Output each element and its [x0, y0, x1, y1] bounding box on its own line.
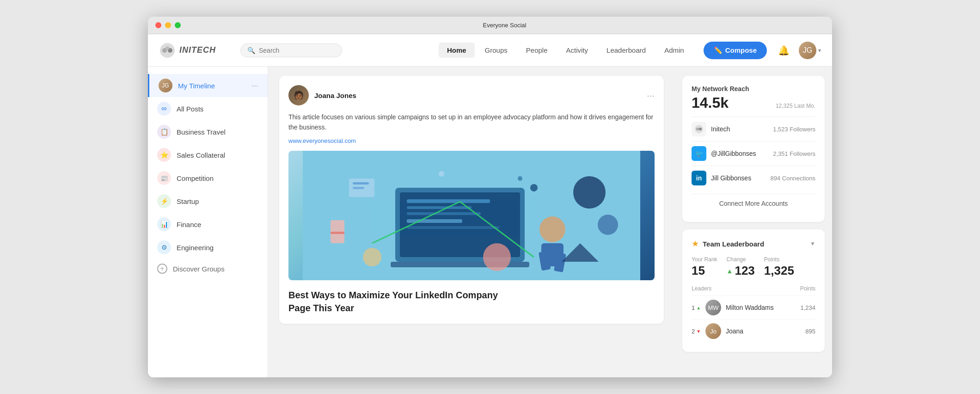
- leaderboard-dropdown-icon[interactable]: ▼: [810, 240, 815, 247]
- svg-rect-8: [407, 206, 472, 209]
- sidebar-label-finance: Finance: [177, 221, 201, 228]
- sidebar-item-competition[interactable]: 📰 Competition: [148, 166, 268, 190]
- brand: INITECH: [159, 42, 233, 59]
- change-arrow-icon: ▲: [727, 267, 733, 275]
- right-panel: My Network Reach 14.5k 12,325 Last Mo.: [675, 67, 832, 377]
- twitter-icon: 🐦: [692, 146, 706, 161]
- post-link[interactable]: www.everyonesocial.com: [288, 137, 655, 144]
- sidebar-label-business-travel: Business Travel: [177, 128, 226, 136]
- startup-icon: ⚡: [157, 194, 171, 208]
- leader-name-1: Milton Waddams: [726, 304, 774, 311]
- competition-icon: 📰: [157, 171, 171, 185]
- star-icon: ★: [692, 239, 699, 249]
- avatar-initials: JG: [803, 46, 812, 55]
- sidebar-label-competition: Competition: [177, 174, 214, 182]
- close-button[interactable]: [155, 22, 161, 28]
- sidebar-item-finance[interactable]: 📊 Finance: [148, 213, 268, 236]
- svg-point-21: [598, 215, 618, 235]
- sidebar-item-my-timeline[interactable]: JG My Timeline ···: [148, 74, 268, 97]
- nav-activity[interactable]: Activity: [558, 43, 597, 58]
- svg-point-29: [530, 184, 538, 191]
- search-bar[interactable]: 🔍: [240, 43, 342, 57]
- my-timeline-avatar: JG: [159, 79, 172, 92]
- sidebar-discover-groups[interactable]: + Discover Groups: [148, 259, 268, 278]
- nav-admin[interactable]: Admin: [656, 43, 692, 58]
- initech-icon: [692, 122, 706, 136]
- search-icon: 🔍: [247, 47, 255, 54]
- leaderboard-title: Team Leaderboard: [703, 240, 764, 248]
- nav-leaderboard[interactable]: Leaderboard: [598, 43, 654, 58]
- twitter-name: @JillGibbonses: [711, 150, 756, 157]
- network-reach-card: My Network Reach 14.5k 12,325 Last Mo.: [682, 76, 825, 222]
- svg-rect-9: [407, 212, 481, 215]
- sidebar-item-startup[interactable]: ⚡ Startup: [148, 190, 268, 213]
- nav-groups[interactable]: Groups: [477, 43, 516, 58]
- network-reach-title: My Network Reach: [692, 85, 815, 92]
- app-body: INITECH 🔍 Home Groups People Activity Le…: [148, 34, 832, 377]
- twitter-followers: 2,351 Followers: [773, 150, 815, 157]
- sidebar: JG My Timeline ··· ∞ All Posts 📋 Busines…: [148, 67, 268, 377]
- nav-home[interactable]: Home: [439, 43, 475, 58]
- my-timeline-options-icon[interactable]: ···: [251, 81, 258, 91]
- window-title: Everyone Social: [184, 22, 825, 29]
- svg-point-34: [699, 128, 702, 130]
- leader-points-1: 1,234: [800, 304, 815, 311]
- my-timeline-label: My Timeline: [178, 82, 215, 90]
- leader-avatar-2: Jo: [705, 323, 721, 339]
- engineering-icon: ⚙: [157, 240, 171, 254]
- discover-groups-label: Discover Groups: [173, 265, 225, 273]
- compose-label: Compose: [725, 46, 757, 54]
- svg-point-3: [165, 46, 169, 50]
- svg-point-0: [160, 43, 175, 58]
- sales-collateral-icon: ⭐: [157, 148, 171, 162]
- post-image: [288, 151, 655, 280]
- network-reach-last-month: 12,325 Last Mo.: [776, 103, 815, 109]
- sidebar-item-engineering[interactable]: ⚙ Engineering: [148, 236, 268, 259]
- connect-more-button[interactable]: Connect More Accounts: [692, 194, 815, 213]
- stat-points: Points 1,325: [764, 256, 794, 278]
- feed: 🧑🏾 Joana Jones ··· This article focuses …: [268, 67, 675, 377]
- brand-name: INITECH: [179, 45, 216, 55]
- sidebar-item-all-posts[interactable]: ∞ All Posts: [148, 97, 268, 120]
- post-illustration: [288, 151, 655, 280]
- svg-point-13: [539, 216, 565, 242]
- business-travel-icon: 📋: [157, 125, 171, 139]
- svg-point-31: [439, 171, 444, 177]
- user-avatar-wrapper[interactable]: JG ▾: [799, 42, 821, 59]
- user-avatar: JG: [799, 42, 816, 59]
- chevron-down-icon: ▾: [818, 47, 821, 54]
- svg-point-30: [518, 176, 522, 181]
- minimize-button[interactable]: [165, 22, 171, 28]
- leader-name-2: Joana: [726, 327, 743, 335]
- leader-row-2: 2 ▼ Jo Joana 895: [692, 319, 815, 343]
- svg-rect-19: [353, 187, 364, 189]
- compose-icon: ✏️: [714, 46, 723, 55]
- maximize-button[interactable]: [175, 22, 181, 28]
- svg-point-20: [573, 176, 606, 209]
- leader-trend-down-icon: ▼: [696, 329, 701, 334]
- post-header: 🧑🏾 Joana Jones ···: [288, 85, 655, 105]
- leaders-header: Leaders Points: [692, 285, 815, 292]
- sidebar-item-business-travel[interactable]: 📋 Business Travel: [148, 120, 268, 143]
- leader-points-2: 895: [805, 328, 815, 335]
- compose-button[interactable]: ✏️ Compose: [704, 42, 767, 59]
- leaderboard-stats: Your Rank 15 Change ▲ 123 Points: [692, 256, 815, 278]
- search-input[interactable]: [259, 47, 335, 54]
- linkedin-icon: in: [692, 171, 706, 185]
- change-label: Change: [727, 256, 755, 263]
- leader-rank-1: 1 ▲: [692, 304, 701, 311]
- svg-rect-11: [407, 226, 499, 229]
- all-posts-icon: ∞: [157, 102, 171, 116]
- sidebar-item-sales-collateral[interactable]: ⭐ Sales Collateral: [148, 143, 268, 166]
- linkedin-name: Jill Gibbonses: [711, 174, 751, 182]
- nav-people[interactable]: People: [518, 43, 556, 58]
- post-options-icon[interactable]: ···: [647, 90, 655, 101]
- post-author-name: Joana Jones: [314, 92, 356, 99]
- leaderboard-card: ★ Team Leaderboard ▼ Your Rank 15 Change: [682, 229, 825, 352]
- post-author-avatar: 🧑🏾: [288, 85, 309, 105]
- sidebar-label-all-posts: All Posts: [177, 105, 203, 113]
- stat-rank: Your Rank 15: [692, 256, 717, 278]
- navbar: INITECH 🔍 Home Groups People Activity Le…: [148, 34, 832, 67]
- notifications-button[interactable]: 🔔: [778, 45, 790, 56]
- network-account-twitter: 🐦 @JillGibbonses 2,351 Followers: [692, 141, 815, 166]
